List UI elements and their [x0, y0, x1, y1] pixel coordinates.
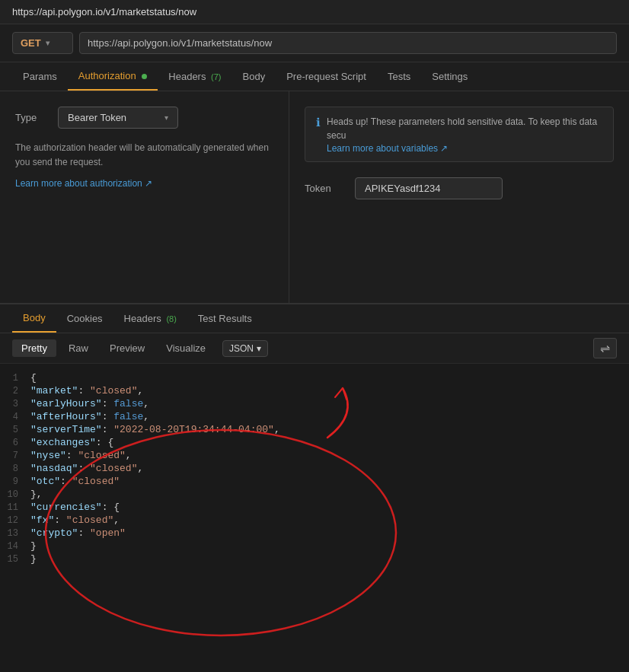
line-number: 11: [0, 502, 30, 513]
line-number: 6: [0, 437, 30, 448]
type-label: Type: [15, 112, 46, 123]
json-line: 14 }: [0, 540, 629, 553]
sub-tab-preview[interactable]: Preview: [101, 339, 154, 357]
line-number: 8: [0, 463, 30, 474]
line-content: "earlyHours": false,: [30, 398, 629, 409]
tab-params[interactable]: Params: [12, 63, 68, 90]
line-content: "serverTime": "2022-08-20T19:34:44-04:00…: [30, 424, 629, 435]
auth-description: The authorization header will be automat…: [15, 141, 273, 170]
info-icon: ℹ: [316, 116, 321, 129]
method-label: GET: [21, 37, 41, 49]
line-number: 15: [0, 553, 30, 565]
line-content: },: [30, 489, 629, 500]
tab-headers[interactable]: Headers (7): [158, 63, 231, 90]
sub-tab-raw[interactable]: Raw: [59, 339, 97, 357]
json-line: 3 "earlyHours": false,: [0, 397, 629, 410]
line-content: "market": "closed",: [30, 385, 629, 397]
json-line: 4 "afterHours": false,: [0, 410, 629, 423]
type-select[interactable]: Bearer Token ▾: [58, 107, 178, 129]
line-content: "crypto": "open": [30, 527, 629, 539]
resp-tab-headers[interactable]: Headers (8): [113, 305, 187, 332]
line-content: "otc": "closed": [30, 476, 629, 487]
tab-prerequest[interactable]: Pre-request Script: [276, 63, 377, 90]
tabs-bar: Params Authorization Headers (7) Body Pr…: [0, 62, 629, 91]
line-content: }: [30, 540, 629, 552]
auth-left-panel: Type Bearer Token ▾ The authorization he…: [0, 91, 289, 303]
line-number: 3: [0, 398, 30, 409]
url-input[interactable]: [79, 32, 617, 54]
sub-tab-pretty[interactable]: Pretty: [12, 339, 56, 357]
resp-headers-badge: (8): [166, 314, 176, 323]
type-row: Type Bearer Token ▾: [15, 107, 273, 129]
top-url-text: https://api.polygon.io/v1/marketstatus/n…: [12, 6, 196, 18]
type-value: Bearer Token: [68, 112, 126, 123]
json-line: 13 "crypto": "open": [0, 527, 629, 540]
line-number: 4: [0, 411, 30, 422]
resp-tab-cookies[interactable]: Cookies: [56, 305, 113, 332]
tab-settings[interactable]: Settings: [421, 63, 478, 90]
authorization-active-dot: [142, 74, 147, 79]
line-number: 5: [0, 424, 30, 435]
format-select[interactable]: JSON ▾: [222, 340, 268, 357]
learn-more-link[interactable]: Learn more about authorization ↗: [15, 178, 152, 189]
top-url-bar: https://api.polygon.io/v1/marketstatus/n…: [0, 0, 629, 24]
json-line: 8 "nasdaq": "closed",: [0, 462, 629, 475]
line-number: 2: [0, 385, 30, 397]
sub-tab-visualize[interactable]: Visualize: [157, 339, 215, 357]
line-content: "nasdaq": "closed",: [30, 463, 629, 474]
tab-body[interactable]: Body: [232, 63, 276, 90]
format-label: JSON: [229, 343, 254, 354]
json-line: 2 "market": "closed",: [0, 384, 629, 397]
format-chevron-icon: ▾: [257, 343, 261, 354]
json-code-area: 1{2 "market": "closed",3 "earlyHours": f…: [0, 364, 629, 573]
line-number: 10: [0, 489, 30, 500]
line-number: 1: [0, 372, 30, 384]
json-line: 6 "exchanges": {: [0, 436, 629, 449]
learn-more-variables-link[interactable]: Learn more about variables ↗: [327, 143, 448, 154]
token-input[interactable]: [355, 177, 503, 199]
resp-tab-body[interactable]: Body: [12, 304, 56, 333]
line-content: "exchanges": {: [30, 437, 629, 448]
line-content: "nyse": "closed",: [30, 450, 629, 461]
resp-tab-testresults[interactable]: Test Results: [187, 305, 263, 332]
line-number: 14: [0, 540, 30, 552]
heads-up-content: Heads up! These parameters hold sensitiv…: [327, 115, 602, 154]
wrap-icon[interactable]: ⇌: [593, 338, 617, 358]
token-label: Token: [305, 183, 343, 194]
line-content: "fx": "closed",: [30, 514, 629, 526]
json-line: 11 "currencies": {: [0, 501, 629, 514]
method-chevron-icon: ▾: [46, 39, 49, 47]
type-chevron-icon: ▾: [164, 113, 168, 122]
json-line: 12 "fx": "closed",: [0, 514, 629, 527]
line-content: "afterHours": false,: [30, 411, 629, 422]
json-line: 7 "nyse": "closed",: [0, 449, 629, 462]
auth-right-panel: ℹ Heads up! These parameters hold sensit…: [289, 91, 629, 303]
response-panel: Body Cookies Headers (8) Test Results Pr…: [0, 304, 629, 573]
method-select[interactable]: GET ▾: [12, 32, 73, 54]
json-line: 10 },: [0, 488, 629, 501]
line-number: 7: [0, 450, 30, 461]
json-line: 1{: [0, 371, 629, 384]
json-line: 9 "otc": "closed": [0, 475, 629, 488]
auth-panel: Type Bearer Token ▾ The authorization he…: [0, 91, 629, 304]
line-number: 12: [0, 514, 30, 526]
line-number: 9: [0, 476, 30, 487]
json-line: 5 "serverTime": "2022-08-20T19:34:44-04:…: [0, 423, 629, 436]
headers-badge: (7): [211, 72, 221, 81]
line-content: {: [30, 372, 629, 384]
response-tabs-bar: Body Cookies Headers (8) Test Results: [0, 304, 629, 333]
line-content: "currencies": {: [30, 502, 629, 513]
line-content: }: [30, 553, 629, 565]
tab-tests[interactable]: Tests: [377, 63, 421, 90]
request-bar: GET ▾: [0, 24, 629, 62]
token-row: Token: [305, 177, 614, 199]
sub-tabs-bar: Pretty Raw Preview Visualize JSON ▾ ⇌: [0, 333, 629, 364]
heads-up-box: ℹ Heads up! These parameters hold sensit…: [305, 107, 614, 162]
tab-authorization[interactable]: Authorization: [68, 62, 158, 91]
json-line: 15}: [0, 553, 629, 565]
line-number: 13: [0, 527, 30, 539]
heads-up-text: Heads up! These parameters hold sensitiv…: [327, 116, 597, 141]
